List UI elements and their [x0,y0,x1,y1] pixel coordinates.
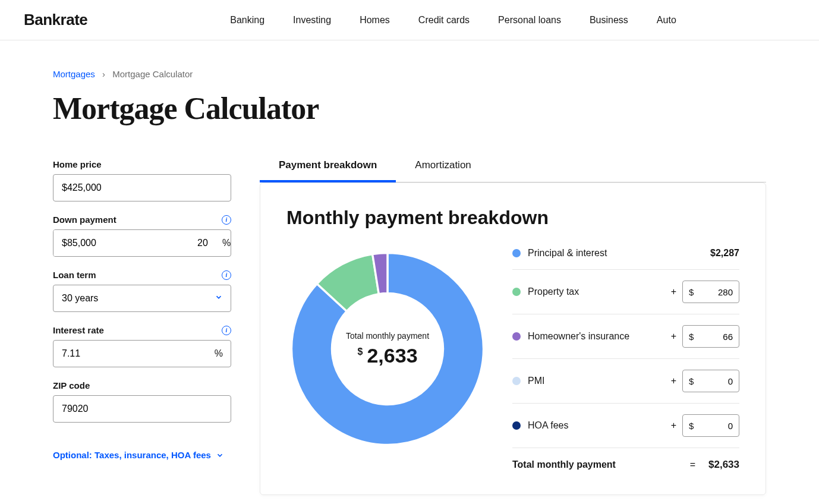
insurance-input-wrap: $ [682,325,739,348]
primary-nav: Banking Investing Homes Credit cards Per… [230,15,676,26]
percent-unit: % [222,230,231,256]
legend-name: Homeowner's insurance [528,331,629,342]
donut-label: Total monthly payment [346,331,429,341]
legend-dot [512,421,521,430]
panel-column: Payment breakdown Amortization Monthly p… [260,159,766,495]
plus-icon: + [671,331,676,342]
total-label: Total monthly payment [512,459,616,470]
nav-business[interactable]: Business [590,15,628,26]
legend-row-principal-interest: Principal & interest $2,287 [512,248,739,270]
down-payment-split: % [53,229,231,257]
currency-symbol: $ [357,346,363,357]
interest-rate-group: Interest rate i % [53,325,231,367]
nav-banking[interactable]: Banking [230,15,264,26]
nav-credit-cards[interactable]: Credit cards [418,15,470,26]
down-payment-label: Down payment [53,215,116,225]
breakdown-body: Total monthly payment $ 2,633 Principal [286,248,739,471]
currency-symbol: $ [689,376,694,386]
breadcrumb-current: Mortgage Calculator [112,69,193,79]
page-container: Mortgages › Mortgage Calculator Mortgage… [29,40,790,504]
pmi-input-wrap: $ [682,370,739,392]
info-icon[interactable]: i [222,270,231,280]
down-payment-amount-input[interactable] [53,230,189,256]
optional-toggle[interactable]: Optional: Taxes, insurance, HOA fees [53,450,224,460]
donut-value: $ 2,633 [357,344,417,367]
home-price-label: Home price [53,159,102,169]
pmi-input[interactable] [697,376,733,386]
interest-rate-input[interactable] [53,340,231,367]
zip-group: ZIP code [53,380,231,423]
plus-icon: + [671,376,676,386]
tab-payment-breakdown[interactable]: Payment breakdown [260,159,396,182]
breadcrumb-mortgages[interactable]: Mortgages [53,69,95,79]
property-tax-input[interactable] [697,287,733,297]
hoa-input[interactable] [697,421,733,431]
down-payment-group: Down payment i % [53,215,231,257]
tab-amortization[interactable]: Amortization [396,159,490,182]
legend-dot [512,332,521,341]
zip-input[interactable] [53,395,231,423]
home-price-group: Home price [53,159,231,201]
donut-amount: 2,633 [367,344,417,367]
down-payment-percent-input[interactable] [189,230,222,256]
total-value: $2,633 [708,459,739,471]
legend-row-hoa: HOA fees + $ [512,404,739,448]
legend-name: HOA fees [528,420,568,431]
legend-dot [512,249,521,257]
legend-name: Principal & interest [528,248,607,259]
info-icon[interactable]: i [222,326,231,335]
nav-investing[interactable]: Investing [293,15,331,26]
breakdown-title: Monthly payment breakdown [286,207,739,229]
property-tax-input-wrap: $ [682,281,739,303]
main-layout: Home price Down payment i % Loan term [53,159,766,495]
legend-name: PMI [528,376,544,386]
legend-row-property-tax: Property tax + $ [512,270,739,314]
nav-auto[interactable]: Auto [657,15,676,26]
nav-homes[interactable]: Homes [360,15,390,26]
home-price-input[interactable] [53,174,231,201]
loan-term-select[interactable] [53,285,231,312]
interest-rate-label: Interest rate [53,325,104,335]
legend-value: $2,287 [710,248,739,259]
currency-symbol: $ [689,332,694,342]
insurance-input[interactable] [697,332,733,342]
nav-personal-loans[interactable]: Personal loans [498,15,561,26]
breadcrumb: Mortgages › Mortgage Calculator [53,69,766,79]
tabs: Payment breakdown Amortization [260,159,766,182]
legend-row-homeowners-insurance: Homeowner's insurance + $ [512,314,739,359]
loan-term-label: Loan term [53,270,96,280]
optional-toggle-label: Optional: Taxes, insurance, HOA fees [53,450,211,460]
top-nav: Bankrate Banking Investing Homes Credit … [0,0,819,40]
equals-sign: = [690,459,695,470]
page-title: Mortgage Calculator [53,91,766,126]
legend-row-pmi: PMI + $ [512,359,739,404]
brand-logo[interactable]: Bankrate [24,11,87,29]
donut-chart: Total monthly payment $ 2,633 [286,248,489,450]
percent-unit: % [215,348,223,359]
loan-term-group: Loan term i [53,270,231,312]
plus-icon: + [671,420,676,431]
info-icon[interactable]: i [222,215,231,225]
breadcrumb-separator: › [102,69,105,79]
hoa-input-wrap: $ [682,414,739,437]
zip-label: ZIP code [53,380,90,390]
legend-dot [512,377,521,385]
plus-icon: + [671,286,676,297]
donut-center: Total monthly payment $ 2,633 [286,248,489,450]
total-row: Total monthly payment = $2,633 [512,448,739,471]
chevron-down-icon [216,451,224,459]
legend-dot [512,288,521,296]
form-column: Home price Down payment i % Loan term [53,159,231,461]
currency-symbol: $ [689,287,694,297]
currency-symbol: $ [689,421,694,431]
legend: Principal & interest $2,287 Property tax… [512,248,739,471]
legend-name: Property tax [528,286,579,297]
breakdown-card: Monthly payment breakdown Total monthly … [260,182,766,495]
